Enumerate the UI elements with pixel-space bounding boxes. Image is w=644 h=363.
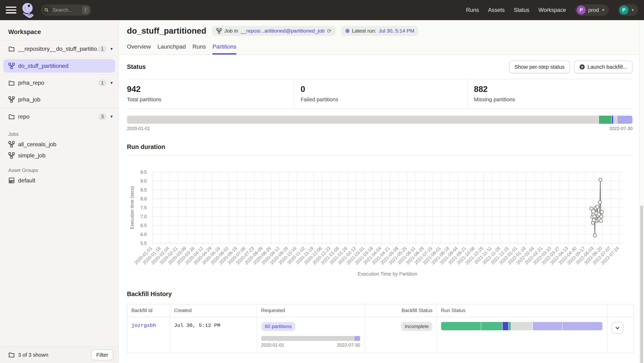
chevron-down-icon[interactable]: ▼ [110,81,113,85]
partition-status-section: Status Show per-step status Launch backf… [119,55,644,131]
stat-failed-partitions: 0 Failed partitions [294,79,468,109]
sidebar-item-label: __repository__do_stuff_partitio... [18,46,98,52]
chevron-down-icon[interactable]: ▼ [110,47,113,51]
requested-partitions-pill[interactable]: 60 partitions [261,322,296,331]
sidebar-item-repository[interactable]: __repository__do_stuff_partitio... 1 ▼ [0,40,118,57]
sidebar-heading: Workspace [0,20,118,40]
launch-backfill-label: Launch backfill... [588,64,627,70]
requested-range-start: 2020-01-01 [261,342,284,348]
tab-runs[interactable]: Runs [192,42,206,54]
top-nav: / Runs Assets Status Workspace P prod ▼ … [0,0,644,20]
job-icon [8,152,15,159]
svg-text:Execution time (secs): Execution time (secs) [129,186,134,229]
col-backfill-id: Backfill Id [127,304,170,317]
backfill-history-section: Backfill History Backfill Id Created Req… [119,279,644,353]
user-menu[interactable]: P ▼ [618,4,638,16]
stat-label: Failed partitions [300,96,467,102]
job-icon [8,141,15,148]
dagster-app: / Runs Assets Status Workspace P prod ▼ … [0,0,644,363]
sidebar-footer: 3 of 3 shown Filter [0,346,118,363]
sidebar-item-repo[interactable]: repo 3 ▼ [0,108,118,125]
svg-text:6.5: 6.5 [140,223,146,228]
tab-partitions[interactable]: Partitions [212,42,236,54]
refresh-icon[interactable]: ⟳ [327,28,332,34]
launch-backfill-button[interactable]: Launch backfill... [574,60,632,73]
expand-row-button[interactable] [612,322,623,334]
show-per-step-status-button[interactable]: Show per-step status [509,60,570,73]
partition-range-end: 2022-07-30 [610,126,632,131]
stat-value: 882 [474,84,632,94]
folder-icon [8,80,15,86]
col-requested: Requested [257,304,365,317]
deployment-switcher[interactable]: P prod ▼ [575,4,609,16]
partition-status-bar[interactable] [127,116,633,124]
tab-overview[interactable]: Overview [127,42,151,54]
svg-text:9.5: 9.5 [140,170,146,175]
sidebar-item-label: do_stuff_partitioned [18,62,68,69]
svg-text:9.0: 9.0 [140,178,146,184]
requested-range-end: 2022-07-30 [337,342,360,348]
menu-icon[interactable] [6,5,16,15]
latest-run-pill: Latest run: Jul 30, 5:14 PM [341,26,418,36]
page-scrollbar[interactable] [639,20,644,363]
filter-button[interactable]: Filter [91,349,114,360]
svg-text:8.5: 8.5 [140,188,146,192]
nav-link-workspace[interactable]: Workspace [538,7,566,13]
asset-groups-section-label: Asset Groups [0,161,118,175]
col-backfill-status: Backfill Status [365,304,437,317]
top-nav-links: Runs Assets Status Workspace P prod ▼ P … [466,4,638,16]
run-duration-chart: 2020-01-012020-01-182020-02-042020-02-21… [127,168,633,279]
sidebar-item-label: repo [18,113,98,120]
partition-stats: 942 Total partitions 0 Failed partitions… [127,79,633,109]
backfill-history-table: Backfill Id Created Requested Backfill S… [127,304,634,353]
job-origin-pill: Job in __reposi...artitioned@partitioned… [212,26,336,36]
job-origin-link[interactable]: __reposi...artitioned@partitioned_job [240,28,324,34]
col-expand [607,304,634,317]
stat-label: Total partitions [127,96,294,102]
chevron-down-icon: ▼ [631,8,634,12]
tab-launchpad[interactable]: Launchpad [158,42,186,54]
sidebar-item-prha-job[interactable]: prha_job [0,91,118,108]
dagster-logo-icon[interactable] [20,2,35,18]
search-box[interactable]: / [41,4,91,16]
search-input[interactable] [51,7,82,13]
chevron-down-icon [615,326,620,330]
backfill-created: Jul 30, 5:12 PM [174,322,220,328]
sidebar-item-all-cereals-job[interactable]: all_cereals_job [0,139,118,150]
plus-circle-icon [579,64,585,70]
stat-total-partitions: 942 Total partitions [127,79,294,109]
sidebar-item-prha-repo[interactable]: prha_repo 1 ▼ [0,74,118,91]
sidebar-item-label: prha_repo [18,80,98,86]
nav-link-status[interactable]: Status [514,7,530,13]
latest-run-link[interactable]: Jul 30, 5:14 PM [379,28,414,34]
deployment-avatar: P [577,6,586,14]
job-icon [8,96,15,103]
job-icon [216,28,222,34]
run-status-bar[interactable] [441,322,602,330]
job-header: do_stuff_partitioned Job in __reposi...a… [119,20,644,55]
show-per-step-status-label: Show per-step status [514,64,565,70]
col-run-status: Run Status [437,304,607,317]
job-icon [8,62,15,69]
backfill-history-title: Backfill History [127,290,633,298]
sidebar-item-do-stuff-partitioned[interactable]: do_stuff_partitioned [3,59,115,73]
table-row: jozrgsbh Jul 30, 5:12 PM 60 partitions 2… [127,317,634,353]
backfill-id-link[interactable]: jozrgsbh [131,322,156,328]
stat-value: 942 [127,84,294,94]
nav-link-assets[interactable]: Assets [488,7,504,13]
scrollbar-thumb[interactable] [640,206,643,363]
nav-link-runs[interactable]: Runs [466,7,479,13]
sidebar-item-simple-job[interactable]: simple_job [0,150,118,161]
svg-text:8.0: 8.0 [140,196,146,201]
sidebar-item-label: simple_job [18,152,46,159]
svg-text:7.5: 7.5 [140,205,146,210]
chevron-down-icon[interactable]: ▼ [110,114,113,119]
svg-text:7.0: 7.0 [140,214,146,219]
asset-group-icon [8,177,15,184]
main-content: do_stuff_partitioned Job in __reposi...a… [119,20,644,363]
sidebar-item-label: prha_job [18,96,113,103]
chevron-down-icon: ▼ [601,8,605,12]
sidebar-item-default-asset-group[interactable]: default [0,175,118,186]
page-title: do_stuff_partitioned [127,26,206,36]
svg-text:Execution Time by Partition: Execution Time by Partition [358,271,417,277]
